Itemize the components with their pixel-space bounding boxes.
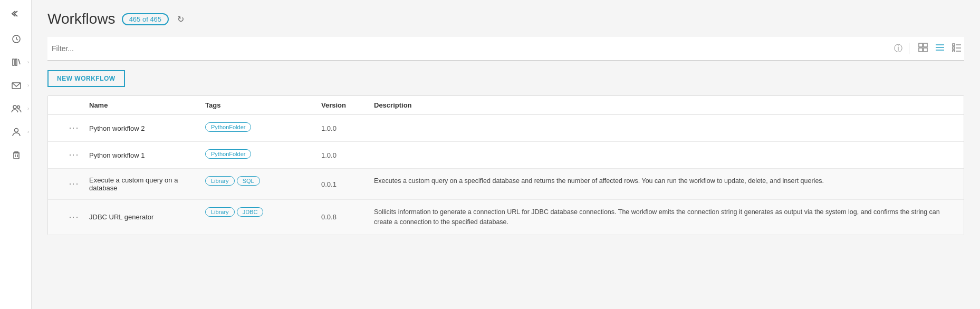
col-header-tags: Tags (198, 96, 314, 115)
view-grid-button[interactable] (916, 41, 930, 56)
count-badge: 465 of 465 (122, 13, 169, 25)
svg-rect-7 (14, 153, 19, 159)
filter-divider (909, 43, 909, 54)
workflows-table: Name Tags Version Description ⋮Python wo… (48, 96, 964, 235)
svg-rect-17 (953, 44, 955, 46)
svg-point-6 (15, 129, 18, 132)
col-header-description: Description (367, 96, 964, 115)
refresh-button[interactable]: ↻ (175, 12, 186, 26)
row-menu-button[interactable]: ⋮ (67, 142, 82, 169)
col-header-version: Version (314, 96, 367, 115)
sidebar-item-team-chevron: › (27, 106, 29, 111)
table-header-row: Name Tags Version Description (48, 96, 964, 115)
row-tags: PythonFolder (198, 142, 314, 169)
tag-pill[interactable]: JDBC (237, 207, 264, 217)
view-detail-button[interactable] (949, 41, 964, 56)
sidebar-toggle-button[interactable] (5, 4, 26, 23)
new-workflow-button[interactable]: NEW WORKFLOW (47, 70, 125, 87)
filter-bar: ⓘ (47, 37, 964, 61)
sidebar: › › › › (0, 0, 32, 309)
tag-pill[interactable]: Library (205, 176, 235, 186)
row-version: 0.0.1 (314, 169, 367, 200)
sidebar-item-messages[interactable]: › (0, 74, 31, 97)
page-title: Workflows (47, 11, 116, 27)
tag-pill[interactable]: PythonFolder (205, 122, 251, 132)
svg-point-5 (17, 106, 20, 109)
row-check-cell (48, 169, 67, 200)
sidebar-item-messages-chevron: › (27, 83, 29, 88)
tag-pill[interactable]: Library (205, 207, 235, 217)
table-row[interactable]: ⋮Python workflow 1PythonFolder1.0.0 (48, 142, 964, 169)
row-menu-button[interactable]: ⋮ (67, 200, 82, 235)
tag-pill[interactable]: SQL (237, 176, 260, 186)
sidebar-item-team[interactable]: › (0, 97, 31, 120)
row-tags: PythonFolder (198, 115, 314, 142)
col-header-menu (67, 96, 82, 115)
row-check-cell (48, 142, 67, 169)
sidebar-item-library[interactable]: › (0, 51, 31, 74)
row-version: 0.0.8 (314, 200, 367, 235)
svg-rect-1 (13, 59, 14, 65)
table-row[interactable]: ⋮Python workflow 2PythonFolder1.0.0 (48, 115, 964, 142)
info-icon[interactable]: ⓘ (894, 43, 902, 54)
svg-rect-21 (953, 50, 955, 52)
sidebar-item-trash[interactable] (0, 143, 31, 167)
svg-point-4 (13, 105, 16, 109)
svg-rect-19 (953, 47, 955, 49)
page-header: Workflows 465 of 465 ↻ (47, 11, 964, 27)
table-row[interactable]: ⋮Execute a custom query on a databaseLib… (48, 169, 964, 200)
row-name: Execute a custom query on a database (82, 169, 198, 200)
svg-rect-11 (924, 43, 927, 47)
row-menu-button[interactable]: ⋮ (67, 115, 82, 142)
svg-rect-2 (15, 59, 17, 65)
row-tags: LibraryJDBC (198, 200, 314, 235)
sidebar-item-user-chevron: › (27, 129, 29, 134)
row-name: JDBC URL generator (82, 200, 198, 235)
row-tags: LibrarySQL (198, 169, 314, 200)
svg-rect-13 (924, 48, 927, 52)
svg-rect-12 (919, 48, 923, 52)
row-version: 1.0.0 (314, 142, 367, 169)
view-icons (916, 41, 964, 56)
row-version: 1.0.0 (314, 115, 367, 142)
svg-rect-10 (919, 43, 923, 47)
row-check-cell (48, 115, 67, 142)
main-content: Workflows 465 of 465 ↻ ⓘ (32, 0, 980, 309)
view-list-button[interactable] (933, 41, 947, 56)
sidebar-item-dashboard[interactable] (0, 27, 31, 51)
workflows-table-container: Name Tags Version Description ⋮Python wo… (47, 95, 964, 235)
row-description (367, 142, 964, 169)
row-name: Python workflow 1 (82, 142, 198, 169)
row-menu-button[interactable]: ⋮ (67, 169, 82, 200)
tag-pill[interactable]: PythonFolder (205, 149, 251, 159)
filter-actions: ⓘ (894, 41, 964, 56)
sidebar-item-library-chevron: › (27, 60, 29, 65)
row-description (367, 115, 964, 142)
col-header-check (48, 96, 67, 115)
row-check-cell (48, 200, 67, 235)
row-name: Python workflow 2 (82, 115, 198, 142)
col-header-name: Name (82, 96, 198, 115)
row-description: Executes a custom query on a specified d… (367, 169, 964, 200)
filter-input[interactable] (47, 42, 890, 55)
sidebar-item-user[interactable]: › (0, 120, 31, 143)
table-row[interactable]: ⋮JDBC URL generatorLibraryJDBC0.0.8Solli… (48, 200, 964, 235)
row-description: Sollicits information to generate a conn… (367, 200, 964, 235)
